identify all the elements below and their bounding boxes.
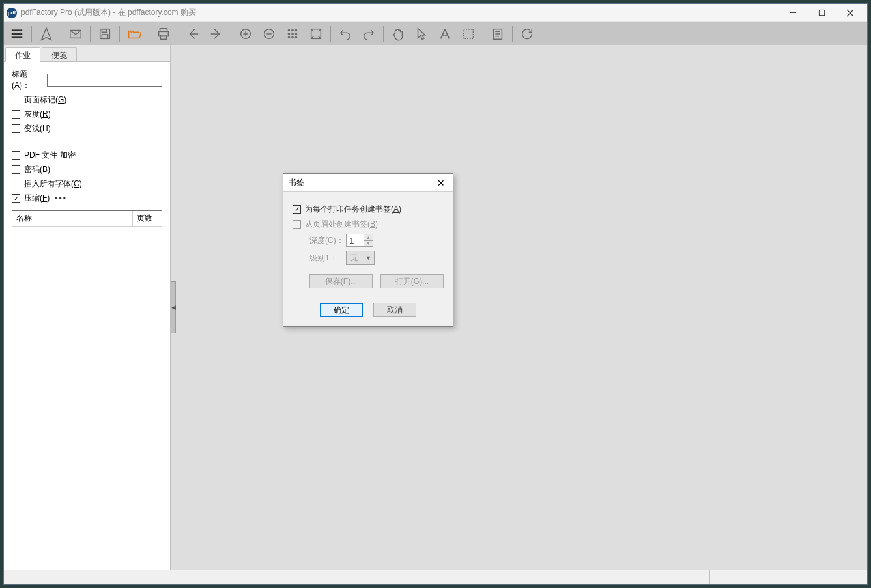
- depth-label: 深度(C)：: [309, 235, 346, 246]
- content-area: 作业 便笺 标题(A)： 页面标记(G) 灰度(R) 变浅(H) PDF 文件 …: [4, 45, 867, 570]
- fade-checkbox[interactable]: [12, 124, 20, 133]
- splitter-grip-icon[interactable]: ◀: [171, 281, 176, 333]
- grayscale-checkbox[interactable]: [12, 110, 20, 119]
- svg-rect-10: [102, 34, 107, 38]
- dialog-titlebar[interactable]: 书签 ✕: [283, 174, 453, 192]
- forward-icon[interactable]: [205, 24, 228, 44]
- spin-up-icon[interactable]: ▲: [364, 234, 373, 240]
- minimize-button[interactable]: [778, 4, 807, 22]
- pdf-encrypt-label: PDF 文件 加密: [24, 150, 76, 161]
- svg-rect-29: [464, 29, 474, 38]
- compress-checkbox[interactable]: [12, 194, 20, 203]
- select-rect-icon[interactable]: [457, 24, 480, 44]
- svg-point-22: [288, 33, 289, 34]
- level-label: 级别1：: [309, 253, 346, 264]
- fade-label: 变浅(H): [24, 123, 51, 134]
- svg-point-25: [288, 36, 289, 38]
- print-icon[interactable]: [152, 24, 175, 44]
- cancel-button[interactable]: 取消: [373, 303, 416, 317]
- grid-icon[interactable]: [281, 24, 304, 44]
- list-header: 名称 页数: [12, 211, 162, 227]
- compress-options-button[interactable]: •••: [55, 194, 67, 203]
- resize-grip[interactable]: [853, 570, 867, 584]
- menu-icon[interactable]: [5, 24, 29, 44]
- svg-point-27: [295, 36, 296, 38]
- status-cell-3: [814, 570, 853, 584]
- dialog-title: 书签: [289, 177, 304, 188]
- level-select[interactable]: 无 ▼: [346, 251, 375, 265]
- bookmark-per-job-label: 为每个打印任务创建书签(A): [305, 204, 401, 215]
- bookmark-per-job-checkbox[interactable]: [293, 205, 301, 214]
- refresh-icon[interactable]: [515, 24, 539, 44]
- app-window: pdf pdfFactory Pro (试用版本) - 在 pdffactory…: [3, 3, 868, 585]
- pointer-icon[interactable]: [410, 24, 433, 44]
- svg-point-24: [295, 33, 296, 34]
- dialog-close-icon[interactable]: ✕: [435, 178, 448, 188]
- svg-point-20: [292, 29, 293, 31]
- maximize-button[interactable]: [807, 4, 836, 22]
- svg-point-23: [292, 33, 293, 34]
- password-checkbox[interactable]: [12, 165, 20, 174]
- password-label: 密码(B): [24, 164, 50, 175]
- spin-down-icon[interactable]: ▼: [364, 240, 373, 247]
- pdf-icon[interactable]: [35, 24, 58, 44]
- svg-point-19: [288, 29, 289, 31]
- back-icon[interactable]: [181, 24, 205, 44]
- bookmark-from-header-checkbox[interactable]: [293, 220, 301, 229]
- col-pages[interactable]: 页数: [133, 211, 162, 226]
- redo-icon[interactable]: [357, 24, 380, 44]
- splitter[interactable]: ◀: [171, 45, 176, 570]
- bookmark-dialog: 书签 ✕ 为每个打印任务创建书签(A) 从页眉处创建书签(B) 深度(C)： ▲…: [283, 173, 453, 327]
- svg-rect-1: [819, 10, 824, 15]
- statusbar: [4, 570, 867, 584]
- tab-job[interactable]: 作业: [5, 47, 40, 62]
- toolbar: [4, 22, 867, 45]
- app-icon: pdf: [7, 8, 17, 18]
- mail-icon[interactable]: [64, 24, 87, 44]
- chevron-down-icon: ▼: [365, 255, 371, 261]
- zoom-out-icon[interactable]: [257, 24, 281, 44]
- open-icon[interactable]: [122, 24, 146, 44]
- col-name[interactable]: 名称: [12, 211, 133, 226]
- svg-point-26: [292, 36, 293, 38]
- svg-rect-9: [102, 29, 106, 32]
- compress-label: 压缩(F): [24, 193, 50, 204]
- ok-button[interactable]: 确定: [320, 303, 363, 317]
- dialog-open-button[interactable]: 打开(G)...: [380, 274, 444, 288]
- embed-fonts-checkbox[interactable]: [12, 180, 20, 188]
- titlebar: pdf pdfFactory Pro (试用版本) - 在 pdffactory…: [4, 4, 867, 22]
- bookmark-from-header-label: 从页眉处创建书签(B): [305, 219, 378, 230]
- note-icon[interactable]: [486, 24, 509, 44]
- page-mark-checkbox[interactable]: [12, 96, 20, 104]
- left-panel: 作业 便笺 标题(A)： 页面标记(G) 灰度(R) 变浅(H) PDF 文件 …: [4, 45, 171, 570]
- dialog-save-button[interactable]: 保存(F)...: [309, 274, 373, 288]
- window-title: pdfFactory Pro (试用版本) - 在 pdffactory.com…: [21, 7, 778, 18]
- depth-input[interactable]: [346, 234, 364, 247]
- level-value: 无: [350, 253, 358, 264]
- page-mark-label: 页面标记(G): [24, 94, 66, 105]
- embed-fonts-label: 插入所有字体(C): [24, 178, 82, 189]
- status-cell-2: [775, 570, 814, 584]
- tab-note[interactable]: 便笺: [42, 47, 77, 61]
- undo-icon[interactable]: [334, 24, 357, 44]
- panel-tabs: 作业 便笺: [4, 45, 170, 62]
- hand-icon[interactable]: [386, 24, 410, 44]
- save-icon[interactable]: [93, 24, 117, 44]
- preview-canvas[interactable]: [176, 45, 867, 570]
- pdf-encrypt-checkbox[interactable]: [12, 151, 20, 160]
- svg-point-21: [295, 29, 296, 31]
- close-button[interactable]: [836, 4, 864, 22]
- status-cell-1: [709, 570, 775, 584]
- title-input[interactable]: [47, 74, 162, 87]
- zoom-in-icon[interactable]: [234, 24, 257, 44]
- grayscale-label: 灰度(R): [24, 109, 51, 120]
- fit-icon[interactable]: [304, 24, 328, 44]
- title-label: 标题(A)：: [12, 69, 44, 91]
- text-icon[interactable]: [433, 24, 457, 44]
- depth-spinner[interactable]: ▲▼: [346, 234, 373, 247]
- svg-rect-13: [160, 35, 166, 38]
- job-list[interactable]: 名称 页数: [12, 210, 162, 262]
